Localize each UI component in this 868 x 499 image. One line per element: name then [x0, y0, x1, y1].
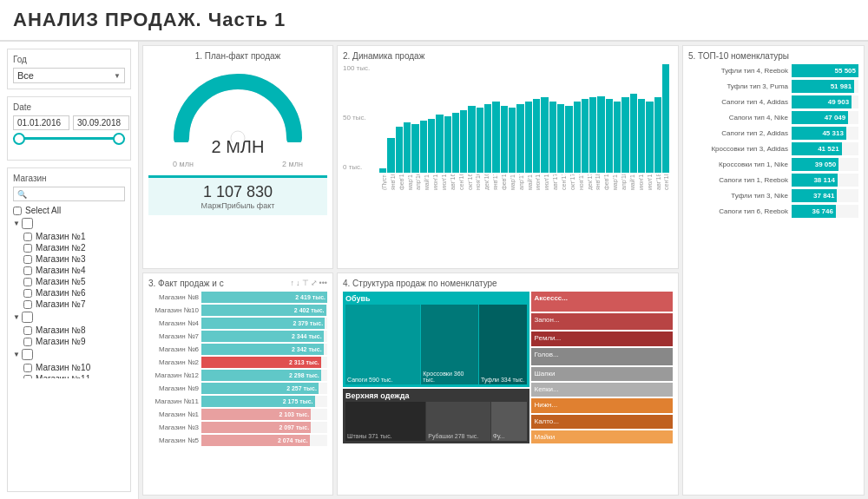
caps-block[interactable]: Кепки... — [531, 383, 673, 397]
group2-checkbox[interactable] — [22, 312, 33, 323]
top10-row[interactable]: Туфли тип 3, Puma51 981 — [688, 80, 858, 93]
store-11-checkbox[interactable] — [23, 375, 32, 379]
store-item-2[interactable]: Магазин №2 — [13, 242, 125, 253]
store-8-checkbox[interactable] — [23, 326, 32, 335]
store-6-checkbox[interactable] — [23, 289, 32, 298]
bar-item[interactable] — [509, 108, 516, 173]
boots-block[interactable]: Сапоги 590 тыс. — [345, 305, 420, 384]
store-bar-row[interactable]: Магазин №62 342 тыс. — [148, 344, 327, 355]
store-item-3[interactable]: Магазин №3 — [13, 253, 125, 265]
store-1-checkbox[interactable] — [23, 233, 32, 241]
year-dropdown[interactable]: Все ▼ — [13, 68, 125, 83]
store-item-6[interactable]: Магазин №6 — [13, 287, 125, 299]
fu-block[interactable]: Фу... — [491, 402, 528, 441]
sort-desc-icon[interactable]: ↓ — [296, 279, 300, 287]
bar-item[interactable] — [525, 102, 532, 173]
store-bar-row[interactable]: Магазин №32 097 тыс. — [148, 422, 327, 433]
bar-item[interactable] — [492, 102, 499, 173]
accessories-block[interactable]: Аксессс... — [531, 292, 673, 312]
store-10-checkbox[interactable] — [23, 364, 32, 372]
bar-item[interactable] — [501, 106, 508, 173]
filter-icon[interactable]: ⊤ — [302, 279, 309, 287]
store-bar-row[interactable]: Магазин №92 257 тыс. — [148, 383, 327, 394]
underwear-block[interactable]: Нижн... — [531, 398, 673, 413]
date-to-input[interactable] — [73, 115, 129, 130]
bar-item[interactable] — [516, 104, 523, 173]
bar-item[interactable] — [484, 104, 491, 173]
store-item-5[interactable]: Магазин №5 — [13, 276, 125, 287]
store-item-10[interactable]: Магазин №10 — [13, 362, 125, 373]
top10-row[interactable]: Кроссовки тип 3, Adidas41 521 — [688, 142, 858, 155]
store-bar-row[interactable]: Магазин №22 313 тыс. — [148, 357, 327, 368]
shirts-block[interactable]: Рубашки 278 тыс. — [426, 402, 490, 441]
bar-item[interactable] — [654, 97, 661, 173]
bar-item[interactable] — [582, 99, 589, 173]
top10-row[interactable]: Сапоги тип 4, Nike47 049 — [688, 111, 858, 124]
group3-checkbox[interactable] — [22, 349, 33, 360]
store-3-checkbox[interactable] — [23, 255, 32, 264]
store-bar-row[interactable]: Магазин №82 419 тыс. — [148, 292, 327, 303]
group1-checkbox[interactable] — [22, 218, 33, 229]
store-bar-row[interactable]: Магазин №52 074 тыс. — [148, 435, 327, 446]
tank-block[interactable]: Майки — [531, 430, 673, 443]
more-icon[interactable]: ••• — [319, 279, 327, 287]
bar-item[interactable] — [630, 94, 637, 173]
bar-item[interactable] — [606, 99, 613, 173]
bar-item[interactable] — [428, 119, 435, 174]
bar-item[interactable] — [436, 115, 443, 173]
bar-item[interactable] — [420, 121, 427, 173]
top10-row[interactable]: Кроссовки тип 1, Nike39 050 — [688, 158, 858, 171]
top10-row[interactable]: Сапоги тип 2, Adidas45 313 — [688, 127, 858, 140]
slider-left-thumb[interactable] — [13, 133, 25, 145]
aprons-block[interactable]: Запон... — [531, 313, 673, 330]
treemap-shoes[interactable]: Обувь Сапоги 590 тыс. Кроссовки 360 тыс.… — [343, 292, 529, 387]
store-bar-row[interactable]: Магазин №42 379 тыс. — [148, 318, 327, 329]
top10-row[interactable]: Сапоги тип 6, Reebok36 746 — [688, 205, 858, 218]
tights-block[interactable]: Калто... — [531, 415, 673, 429]
bar-item[interactable] — [452, 113, 459, 173]
bar-item[interactable] — [597, 96, 604, 173]
store-item-4[interactable]: Магазин №4 — [13, 265, 125, 276]
store-bar-row[interactable]: Магазин №72 344 тыс. — [148, 331, 327, 342]
date-from-input[interactable] — [13, 115, 69, 130]
store-group-3[interactable]: ▼ — [13, 349, 125, 360]
headwear-block[interactable]: Голов... — [531, 348, 673, 364]
store-bar-row[interactable]: Магазин №102 402 тыс. — [148, 305, 327, 316]
bar-item[interactable] — [460, 110, 467, 173]
store-7-checkbox[interactable] — [23, 300, 32, 309]
store-group-2[interactable]: ▼ — [13, 312, 125, 323]
store-4-checkbox[interactable] — [23, 266, 32, 275]
bar-item[interactable] — [638, 99, 645, 173]
store-bar-row[interactable]: Магазин №112 175 тыс. — [148, 396, 327, 407]
select-all-item[interactable]: Select All — [13, 205, 125, 216]
top10-row[interactable]: Туфли тип 3, Nike37 841 — [688, 189, 858, 202]
top10-row[interactable]: Туфли тип 4, Reebok55 505 — [688, 64, 858, 77]
store-search-input[interactable] — [30, 189, 121, 199]
store-2-checkbox[interactable] — [23, 244, 32, 253]
bar-item[interactable] — [396, 127, 403, 173]
bar-item[interactable] — [444, 116, 451, 173]
belts-block[interactable]: Ремли... — [531, 332, 673, 346]
top10-row[interactable]: Сапоги тип 1, Reebok38 114 — [688, 174, 858, 187]
store-bar-row[interactable]: Магазин №12 103 тыс. — [148, 409, 327, 420]
bar-item[interactable] — [574, 102, 581, 173]
select-all-checkbox[interactable] — [13, 207, 22, 215]
date-slider[interactable] — [13, 137, 125, 154]
bar-item[interactable] — [541, 97, 548, 173]
bar-item[interactable] — [621, 97, 628, 173]
bar-item[interactable] — [662, 64, 669, 173]
store-item-9[interactable]: Магазин №9 — [13, 336, 125, 347]
store-bar-row[interactable]: Магазин №122 298 тыс. — [148, 370, 327, 381]
pants-block[interactable]: Штаны 371 тыс. — [345, 402, 425, 441]
expand-icon[interactable]: ⤢ — [311, 279, 318, 287]
store-group-1[interactable]: ▼ — [13, 218, 125, 229]
shoes-block[interactable]: Туфли 334 тыс. — [479, 305, 527, 384]
top10-row[interactable]: Сапоги тип 4, Adidas49 903 — [688, 95, 858, 108]
hats-block[interactable]: Шапки — [531, 367, 673, 381]
bar-item[interactable] — [589, 97, 596, 173]
bar-item[interactable] — [468, 106, 475, 173]
bar-item[interactable] — [646, 102, 653, 173]
bar-item[interactable] — [411, 124, 418, 173]
bar-item[interactable] — [387, 138, 394, 173]
bar-item[interactable] — [565, 106, 572, 173]
